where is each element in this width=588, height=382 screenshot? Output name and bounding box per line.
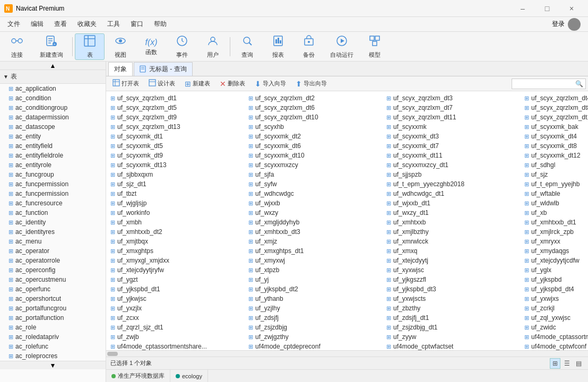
- sidebar-item-ac_roleprocres[interactable]: ⊞ac_roleprocres: [0, 351, 106, 361]
- table-item-uf_wjxxb[interactable]: ⊞uf_wjxxb: [244, 198, 382, 208]
- table-item-uf_sdhgl[interactable]: ⊞uf_sdhgl: [520, 160, 588, 170]
- event-button[interactable]: 事件: [167, 33, 197, 60]
- sidebar-item-ac_datascope[interactable]: ⊞ac_datascope: [0, 122, 106, 132]
- table-item-uf_xmjz[interactable]: ⊞uf_xmjz: [244, 237, 382, 246]
- table-item-uf_zqrzl_sjz_dt1[interactable]: ⊞uf_zqrzl_sjz_dt1: [106, 323, 244, 332]
- table-item-uf_xmjlrck_zpb[interactable]: ⊞uf_xmjlrck_zpb: [520, 227, 588, 237]
- table-item-uf_sjz_dt1[interactable]: ⊞uf_sjz_dt1: [106, 179, 244, 189]
- table-item-uf4mode_cptdepreconf[interactable]: ⊞uf4mode_cptdepreconf: [244, 342, 382, 350]
- model-button[interactable]: 模型: [360, 33, 390, 60]
- table-item-uf_scyxxmk_dt11[interactable]: ⊞uf_scyxxmk_dt11: [382, 151, 520, 160]
- table-item-uf_zwjgzthy[interactable]: ⊞uf_zwjgzthy: [244, 332, 382, 342]
- table-item-uf_scyxxmxzcy[interactable]: ⊞uf_scyxxmxzcy: [244, 160, 382, 170]
- sidebar-item-ac_operatorrole[interactable]: ⊞ac_operatorrole: [0, 256, 106, 265]
- table-item-uf_xmxq[interactable]: ⊞uf_xmxq: [382, 246, 520, 256]
- table-item-uf_wjgljsjp[interactable]: ⊞uf_wjgljsjp: [106, 198, 244, 208]
- table-item-uf_tbzt[interactable]: ⊞uf_tbzt: [106, 189, 244, 198]
- table-item-uf_scyxxmk_bak[interactable]: ⊞uf_scyxxmk_bak: [520, 122, 588, 132]
- autorun-button[interactable]: 自动运行: [325, 33, 359, 60]
- sidebar-item-ac_condition[interactable]: ⊞ac_condition: [0, 93, 106, 103]
- table-item-uf_scyxxmk_dt2[interactable]: ⊞uf_scyxxmk_dt2: [244, 132, 382, 141]
- table-item-uf_zbzthy[interactable]: ⊞uf_zbzthy: [382, 303, 520, 313]
- sidebar-item-ac_opercustmenu[interactable]: ⊞ac_opercustmenu: [0, 275, 106, 284]
- menu-help[interactable]: 帮助: [149, 18, 172, 31]
- table-item-uf_scyxxmk_dt7[interactable]: ⊞uf_scyxxmk_dt7: [382, 141, 520, 151]
- table-item-uf_yxwjxs[interactable]: ⊞uf_yxwjxs: [520, 294, 588, 303]
- table-item-uf4mode_cptassortmentshare[interactable]: ⊞uf4mode_cptassortmentshare: [520, 332, 588, 342]
- sidebar-item-ac_application[interactable]: ⊞ac_application: [0, 84, 106, 93]
- table-item-uf_wftable[interactable]: ⊞uf_wftable: [520, 189, 588, 198]
- table-item-uf_zdsjfj[interactable]: ⊞uf_zdsjfj: [244, 313, 382, 323]
- table-item-uf_xmyxgl_xmjdxx[interactable]: ⊞uf_xmyxgl_xmjdxx: [106, 256, 244, 265]
- table-item-uf_scyx_zqrzlxm_dt11[interactable]: ⊞uf_scyx_zqrzlxm_dt11: [382, 112, 520, 122]
- table-item-uf_yglx[interactable]: ⊞uf_yglx: [520, 265, 588, 275]
- report-button[interactable]: 报表: [263, 33, 293, 60]
- table-button[interactable]: 表: [75, 33, 105, 60]
- table-item-uf_yjkgszzfl[interactable]: ⊞uf_yjkgszzfl: [382, 275, 520, 284]
- sidebar-item-ac_datapermission[interactable]: ⊞ac_datapermission: [0, 112, 106, 122]
- table-item-uf_yjkspbd_dt2[interactable]: ⊞uf_yjkspbd_dt2: [244, 284, 382, 294]
- table-item-uf_xtejcdyytjryfw[interactable]: ⊞uf_xtejcdyytjryfw: [106, 265, 244, 275]
- table-item-uf_yxzjlx[interactable]: ⊞uf_yxzjlx: [106, 303, 244, 313]
- table-item-uf_xmryxx[interactable]: ⊞uf_xmryxx: [520, 237, 588, 246]
- menu-file[interactable]: 文件: [2, 18, 25, 31]
- table-item-uf_xmyxwj[interactable]: ⊞uf_xmyxwj: [244, 256, 382, 265]
- login-button[interactable]: 登录: [547, 16, 586, 33]
- tab-objects[interactable]: 对象: [108, 62, 133, 76]
- table-item-uf_xmxghtps_dt1[interactable]: ⊞uf_xmxghtps_dt1: [244, 246, 382, 256]
- table-item-uf_scyx_zqrzlxm_dt12[interactable]: ⊞uf_scyx_zqrzlxm_dt12: [520, 112, 588, 122]
- function-button[interactable]: f(x) 函数: [136, 33, 166, 60]
- table-item-uf_scyx_zqrzlxm_dt3[interactable]: ⊞uf_scyx_zqrzlxm_dt3: [382, 93, 520, 103]
- sidebar-item-ac_funcpermission1[interactable]: ⊞ac_funcpermission: [0, 179, 106, 189]
- search-icon[interactable]: 🔍: [573, 80, 585, 88]
- table-item-uf_wldwlb[interactable]: ⊞uf_wldwlb: [520, 198, 588, 208]
- table-item-uf_scyx_zqrzlxm_dt9[interactable]: ⊞uf_scyx_zqrzlxm_dt9: [106, 112, 244, 122]
- table-item-uf_scyxxmk_dt5[interactable]: ⊞uf_scyxxmk_dt5: [106, 141, 244, 151]
- table-item-uf_zql_yxwjsc[interactable]: ⊞uf_zql_yxwjsc: [520, 313, 588, 323]
- table-item-uf_scyxxmxzcy_dt1[interactable]: ⊞uf_scyxxmxzcy_dt1: [382, 160, 520, 170]
- menu-view[interactable]: 查看: [49, 18, 72, 31]
- sidebar-item-ac_menu[interactable]: ⊞ac_menu: [0, 237, 106, 246]
- table-item-uf_zsjzdbjg_dt1[interactable]: ⊞uf_zsjzdbjg_dt1: [382, 323, 520, 332]
- table-item-uf_zwidc[interactable]: ⊞uf_zwidc: [520, 323, 588, 332]
- table-item-uf_yjkspbd[interactable]: ⊞uf_yjkspbd: [520, 275, 588, 284]
- table-item-uf_syfw[interactable]: ⊞uf_syfw: [244, 179, 382, 189]
- table-item-uf_ythanb[interactable]: ⊞uf_ythanb: [244, 294, 382, 303]
- menu-favorites[interactable]: 收藏夹: [72, 18, 102, 31]
- grid-view-button[interactable]: ⊞: [550, 358, 560, 369]
- menu-window[interactable]: 窗口: [125, 18, 149, 31]
- table-item-uf_sjz[interactable]: ⊞uf_sjz: [520, 170, 588, 179]
- table-item-uf_scyx_zqrzlxm_dt6[interactable]: ⊞uf_scyx_zqrzlxm_dt6: [244, 103, 382, 112]
- menu-edit[interactable]: 编辑: [25, 18, 49, 31]
- table-item-uf_yjkspbd_dt1[interactable]: ⊞uf_yjkspbd_dt1: [106, 284, 244, 294]
- table-item-uf_yxwjscts[interactable]: ⊞uf_yxwjscts: [382, 294, 520, 303]
- sidebar-item-ac_operconfig[interactable]: ⊞ac_operconfig: [0, 265, 106, 275]
- sidebar-item-ac_opershortcut[interactable]: ⊞ac_opershortcut: [0, 294, 106, 303]
- sidebar-item-ac_entityfieldrole[interactable]: ⊞ac_entityfieldrole: [0, 151, 106, 160]
- tab-query[interactable]: 无标题 - 查询: [134, 62, 193, 76]
- table-item-uf_wxzy_dt1[interactable]: ⊞uf_wxzy_dt1: [382, 208, 520, 218]
- table-item-uf_scyxxmk_dt1[interactable]: ⊞uf_scyxxmk_dt1: [106, 132, 244, 141]
- sidebar-item-ac_operator[interactable]: ⊞ac_operator: [0, 246, 106, 256]
- sidebar-item-ac_entityfield[interactable]: ⊞ac_entityfield: [0, 141, 106, 151]
- table-item-uf_scyxxmk_dt10[interactable]: ⊞uf_scyxxmk_dt10: [244, 151, 382, 160]
- table-item-uf_xmjtbqx[interactable]: ⊞uf_xmjtbqx: [106, 237, 244, 246]
- table-item-uf_scyxxmk_dt13[interactable]: ⊞uf_scyxxmk_dt13: [106, 160, 244, 170]
- table-item-uf_t_epm_yyeczghb2018[interactable]: ⊞uf_t_epm_yyeczghb2018: [382, 179, 520, 189]
- bottom-tab-production[interactable]: 准生产环境数据库: [106, 370, 170, 382]
- sidebar-item-ac_funcpermission2[interactable]: ⊞ac_funcpermission: [0, 189, 106, 198]
- table-item-uf_xmjlbzthy[interactable]: ⊞uf_xmjlbzthy: [382, 227, 520, 237]
- table-item-uf_t_epm_yyejhb[interactable]: ⊞uf_t_epm_yyejhb: [520, 179, 588, 189]
- sidebar-item-ac_funcgroup[interactable]: ⊞ac_funcgroup: [0, 170, 106, 179]
- table-item-uf_xb[interactable]: ⊞uf_xb: [520, 208, 588, 218]
- table-item-uf_scyxhb[interactable]: ⊞uf_scyxhb: [244, 122, 382, 132]
- table-item-uf4mode_cptwfactset[interactable]: ⊞uf4mode_cptwfactset: [382, 342, 520, 350]
- table-item-uf_scyx_zqrzlxm_dt7[interactable]: ⊞uf_scyx_zqrzlxm_dt7: [382, 103, 520, 112]
- table-item-uf_sjfa[interactable]: ⊞uf_sjfa: [244, 170, 382, 179]
- table-item-uf_xmhtxxb_dt1[interactable]: ⊞uf_xmhtxxb_dt1: [520, 218, 588, 227]
- new-query-button[interactable]: + 新建查询: [33, 33, 70, 60]
- sidebar-item-ac_portalfunction[interactable]: ⊞ac_portalfunction: [0, 313, 106, 323]
- connect-button[interactable]: 连接: [2, 33, 32, 60]
- table-item-uf_xmbh[interactable]: ⊞uf_xmbh: [106, 218, 244, 227]
- design-table-button[interactable]: 设计表: [144, 77, 179, 90]
